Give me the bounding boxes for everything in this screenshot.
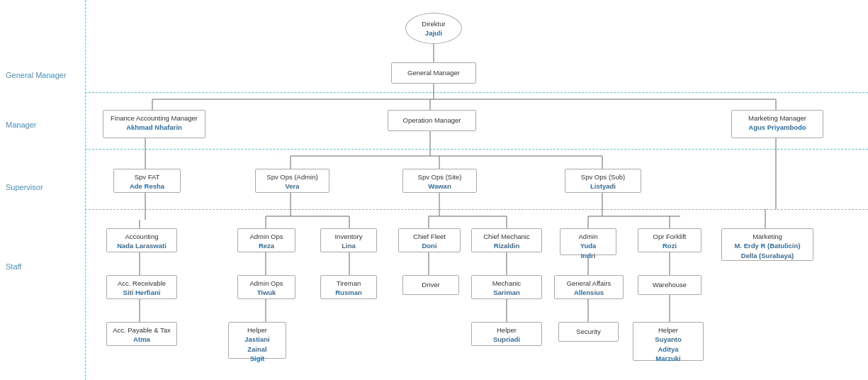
node-accounting: Accounting Nada Laraswati (106, 228, 177, 252)
node-helper-mech: Helper Supriadi (471, 322, 542, 346)
node-helper-sub: Helper Suyanto Aditya Marzuki (633, 322, 704, 361)
node-acc-payable: Acc. Payable & Tax Atma (106, 322, 177, 346)
node-spv-ops-site: Spv Ops (Site) Wawan (402, 169, 477, 193)
level-labels: General Manager Manager Supervisor Staff (0, 0, 85, 380)
node-finance-mgr: Finance Accounting Manager Akhmad Nhafar… (103, 110, 205, 138)
node-chief-fleet: Chief Fleet Doni (398, 228, 461, 252)
divider-supervisor (85, 209, 868, 210)
divider-gm (85, 92, 868, 93)
org-chart: General Manager Manager Supervisor Staff (0, 0, 868, 380)
node-admin-ops-2: Admin Ops Tiwuk (237, 275, 295, 299)
node-mechanic: Mechanic Sariman (471, 275, 542, 299)
label-staff: Staff (6, 262, 21, 271)
node-mkt-mgr: Marketing Manager Agus Priyambodo (731, 110, 823, 138)
node-warehouse: Warehouse (638, 275, 701, 295)
label-manager: Manager (6, 121, 36, 129)
label-gm: General Manager (6, 71, 67, 79)
node-spv-ops-admin: Spv Ops (Admin) Vera (255, 169, 329, 193)
node-spv-ops-sub: Spv Ops (Sub) Listyadi (565, 169, 641, 193)
node-acc-receivable: Acc. Receivable Siti Herfiani (106, 275, 177, 299)
node-gm: General Manager (391, 62, 476, 84)
node-gen-affairs: General Affairs Allensius (554, 275, 624, 299)
node-spv-fat: Spv FAT Ade Resha (113, 169, 181, 193)
node-op-mgr: Operation Manager (388, 110, 476, 131)
label-supervisor: Supervisor (6, 183, 43, 191)
left-border (85, 0, 86, 380)
divider-manager (85, 149, 868, 150)
node-admin-ops-1: Admin Ops Reza (237, 228, 295, 252)
node-helper-1: Helper Jastiani Zainal Sigit (228, 322, 286, 359)
node-opr-forklift: Opr Forklift Rozi (638, 228, 701, 252)
node-tireman: Tireman Rusman (320, 275, 377, 299)
node-marketing-staff: Marketing M. Erdy R (Batulicin) Della (S… (721, 228, 813, 261)
node-admin-yuda: Admin Yuda Indri (560, 228, 616, 255)
node-driver: Driver (402, 275, 459, 295)
node-security: Security (558, 322, 619, 342)
node-direktur: Direktur Jajuli (405, 13, 462, 44)
node-inventory: Inventory Lina (320, 228, 377, 252)
node-chief-mechanic: Chief Mechanic Rizaldin (471, 228, 542, 252)
